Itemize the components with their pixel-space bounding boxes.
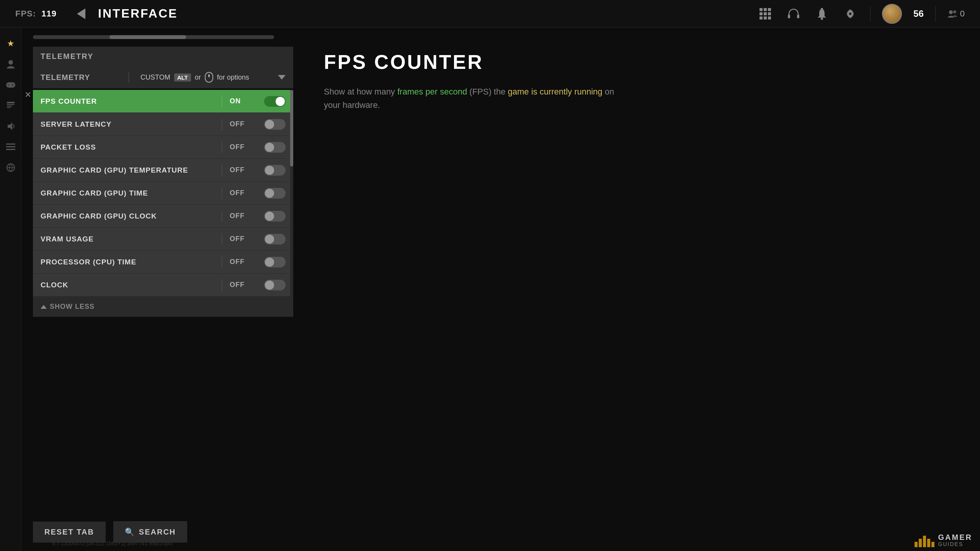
- back-button[interactable]: [72, 5, 90, 23]
- row-divider-3: [222, 165, 222, 176]
- logo-bar-2: [919, 539, 922, 547]
- logo-text: GAMER: [938, 533, 972, 541]
- top-bar: FPS: 119 INTERFACE: [0, 0, 980, 28]
- toggle-gpu-time[interactable]: [264, 188, 286, 199]
- setting-row-cpu-time[interactable]: PROCESSOR (CPU) TIME OFF: [33, 251, 293, 274]
- show-less-label: SHOW LESS: [50, 303, 95, 311]
- row-divider-4: [222, 187, 222, 199]
- logo-bar-3: [923, 536, 926, 547]
- svg-rect-16: [7, 102, 15, 103]
- toggle-gpu-temp[interactable]: [264, 165, 286, 176]
- alt-badge: ALT: [174, 73, 191, 82]
- row-divider-5: [222, 210, 222, 222]
- setting-name-cpu-time: PROCESSOR (CPU) TIME: [41, 258, 214, 266]
- setting-row-gpu-clock[interactable]: GRAPHIC CARD (GPU) CLOCK OFF: [33, 205, 293, 228]
- setting-value-vram: OFF: [230, 235, 253, 243]
- toggle-server-latency[interactable]: [264, 119, 286, 130]
- setting-row-gpu-time[interactable]: GRAPHIC CARD (GPU) TIME OFF: [33, 182, 293, 205]
- close-icon[interactable]: ✕: [24, 90, 31, 100]
- setting-row-gpu-temp[interactable]: GRAPHIC CARD (GPU) TEMPERATURE OFF: [33, 159, 293, 182]
- row-divider-8: [222, 279, 222, 291]
- toggle-knob-clock: [265, 280, 274, 290]
- row-divider-6: [222, 233, 222, 245]
- sidebar-icon-edit[interactable]: [2, 97, 19, 114]
- avatar[interactable]: [882, 4, 902, 24]
- setting-row-clock[interactable]: CLOCK OFF: [33, 274, 293, 297]
- toggle-gpu-clock[interactable]: [264, 211, 286, 222]
- toggle-vram[interactable]: [264, 234, 286, 245]
- search-label: SEARCH: [139, 528, 176, 536]
- fps-value: 119: [41, 9, 57, 18]
- svg-rect-19: [7, 107, 11, 108]
- gear-icon[interactable]: [842, 5, 859, 22]
- telemetry-dropdown-arrow[interactable]: [278, 75, 286, 80]
- logo-bars: [915, 536, 934, 547]
- info-panel-title: FPS COUNTER: [324, 51, 957, 73]
- toggle-fps-counter[interactable]: [264, 96, 286, 107]
- row-divider-7: [222, 256, 222, 268]
- svg-rect-17: [7, 104, 15, 105]
- page-title: INTERFACE: [98, 7, 178, 21]
- reset-tab-button[interactable]: RESET TAB: [33, 522, 106, 543]
- svg-marker-20: [8, 122, 12, 130]
- setting-name-server-latency: SERVER LATENCY: [41, 120, 214, 129]
- toggle-clock[interactable]: [264, 280, 286, 290]
- setting-value-gpu-time: OFF: [230, 189, 253, 197]
- scrollbar-track[interactable]: [290, 90, 293, 297]
- setting-name-vram: VRAM USAGE: [41, 235, 214, 243]
- dropdown-arrow-icon: [278, 75, 286, 80]
- desc-highlight-frames: frames per second: [397, 87, 467, 96]
- logo-bar-1: [915, 542, 918, 547]
- top-right-controls: 56 0: [757, 4, 965, 24]
- telemetry-divider: [129, 72, 129, 83]
- toggle-packet-loss[interactable]: [264, 142, 286, 153]
- search-icon: 🔍: [125, 527, 135, 536]
- toggle-knob-gpu-clock: [265, 212, 274, 221]
- divider2: [935, 6, 936, 21]
- toggle-knob-cpu-time: [265, 258, 274, 267]
- sidebar-icon-profile[interactable]: [2, 56, 19, 73]
- sidebar-icon-menu[interactable]: [2, 139, 19, 155]
- setting-value-gpu-clock: OFF: [230, 212, 253, 220]
- setting-name-gpu-time: GRAPHIC CARD (GPU) TIME: [41, 189, 214, 197]
- scroll-indicator[interactable]: [33, 35, 274, 39]
- svg-rect-18: [7, 106, 12, 106]
- svg-point-13: [11, 84, 13, 85]
- bell-icon[interactable]: [813, 5, 830, 22]
- telemetry-value: CUSTOM ALT or for options: [140, 72, 270, 83]
- setting-row-vram[interactable]: VRAM USAGE OFF: [33, 228, 293, 251]
- settings-rows: ✕ FPS COUNTER ON SERVER LATENCY OFF: [33, 90, 293, 297]
- telemetry-dropdown-row[interactable]: TELEMETRY CUSTOM ALT or for options: [33, 66, 293, 88]
- sidebar-icon-sound[interactable]: [2, 118, 19, 135]
- info-panel-description: Show at how many frames per second (FPS)…: [324, 85, 630, 112]
- toggle-knob-gpu-temp: [265, 166, 274, 175]
- setting-name-packet-loss: PACKET LOSS: [41, 143, 214, 152]
- setting-name-gpu-temp: GRAPHIC CARD (GPU) TEMPERATURE: [41, 166, 214, 174]
- svg-rect-22: [6, 146, 15, 147]
- friends-display[interactable]: 0: [947, 8, 965, 19]
- setting-row-fps-counter[interactable]: FPS COUNTER ON: [33, 90, 293, 113]
- setting-value-packet-loss: OFF: [230, 143, 253, 151]
- svg-point-2: [821, 18, 823, 20]
- sidebar-icon-network[interactable]: [2, 159, 19, 176]
- toggle-knob-fps-counter: [276, 97, 285, 106]
- headphones-icon[interactable]: [785, 5, 802, 22]
- back-arrow-icon: [77, 8, 85, 19]
- toggle-cpu-time[interactable]: [264, 257, 286, 267]
- settings-panel: TELEMETRY TELEMETRY CUSTOM ALT or for op…: [21, 28, 301, 551]
- svg-point-8: [953, 10, 956, 13]
- setting-row-packet-loss[interactable]: PACKET LOSS OFF: [33, 136, 293, 159]
- setting-row-server-latency[interactable]: SERVER LATENCY OFF: [33, 113, 293, 136]
- left-sidebar: ★: [0, 28, 21, 551]
- grid-icon[interactable]: [757, 5, 774, 22]
- show-less-button[interactable]: SHOW LESS: [33, 297, 293, 317]
- info-panel: FPS COUNTER Show at how many frames per …: [301, 28, 980, 551]
- gamer-guides-logo: GAMER GUIDES: [915, 533, 972, 547]
- avatar-image: [883, 5, 901, 23]
- sidebar-icon-gamepad[interactable]: [2, 77, 19, 93]
- sidebar-icon-star[interactable]: ★: [2, 35, 19, 52]
- setting-value-cpu-time: OFF: [230, 258, 253, 266]
- logo-subtext: GUIDES: [938, 541, 972, 547]
- search-button[interactable]: 🔍 SEARCH: [113, 521, 187, 543]
- toggle-knob-vram: [265, 235, 274, 244]
